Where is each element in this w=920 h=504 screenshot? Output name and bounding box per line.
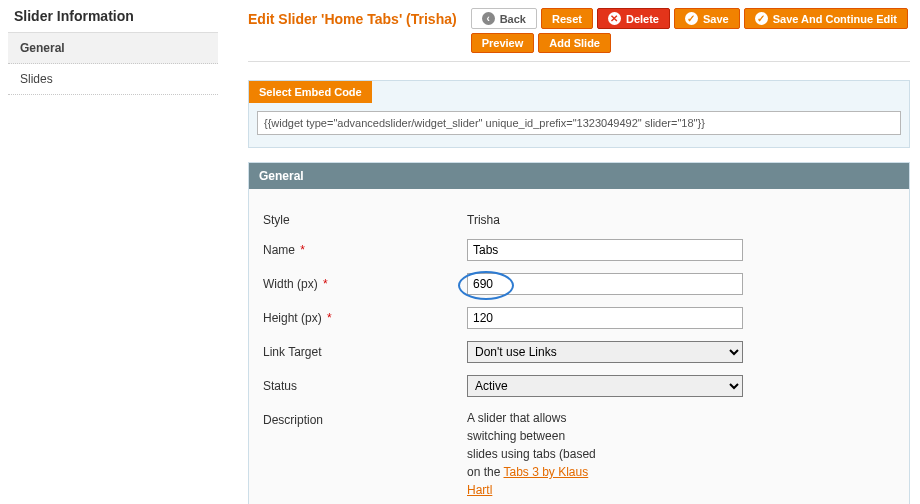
save-continue-button[interactable]: ✓Save And Continue Edit <box>744 8 908 29</box>
add-slide-button[interactable]: Add Slide <box>538 33 611 53</box>
row-width: Width (px) * <box>257 267 901 301</box>
sidebar-tab-general[interactable]: General <box>8 33 218 64</box>
preview-button[interactable]: Preview <box>471 33 535 53</box>
label-style: Style <box>257 209 467 227</box>
label-height: Height (px) * <box>257 307 467 325</box>
required-asterisk: * <box>321 277 328 291</box>
embed-code-input[interactable] <box>257 111 901 135</box>
sidebar: Slider Information General Slides <box>0 0 218 504</box>
save-button-label: Save <box>703 13 729 25</box>
width-input[interactable] <box>467 273 743 295</box>
save-button[interactable]: ✓Save <box>674 8 740 29</box>
label-description: Description <box>257 409 467 427</box>
divider <box>248 61 910 62</box>
sidebar-tab-slides[interactable]: Slides <box>8 64 218 95</box>
value-style: Trisha <box>467 209 901 227</box>
label-status: Status <box>257 375 467 393</box>
check-icon: ✓ <box>685 12 698 25</box>
description-text: A slider that allows switching between s… <box>467 409 597 499</box>
check-icon: ✓ <box>755 12 768 25</box>
name-input[interactable] <box>467 239 743 261</box>
required-asterisk: * <box>298 243 305 257</box>
back-button[interactable]: ‹Back <box>471 8 537 29</box>
row-link-target: Link Target Don't use Links <box>257 335 901 369</box>
general-panel: General Style Trisha Name * Width (px) *… <box>248 162 910 504</box>
status-select[interactable]: Active <box>467 375 743 397</box>
delete-x-icon: ✕ <box>608 12 621 25</box>
row-status: Status Active <box>257 369 901 403</box>
page-title: Edit Slider 'Home Tabs' (Trisha) <box>248 8 457 27</box>
row-style: Style Trisha <box>257 203 901 233</box>
height-input[interactable] <box>467 307 743 329</box>
row-description: Description A slider that allows switchi… <box>257 403 901 504</box>
width-highlight <box>467 277 743 291</box>
embed-panel: Select Embed Code <box>248 80 910 148</box>
reset-button[interactable]: Reset <box>541 8 593 29</box>
form: Style Trisha Name * Width (px) * Height … <box>249 189 909 504</box>
panel-heading: General <box>249 163 909 189</box>
save-continue-label: Save And Continue Edit <box>773 13 897 25</box>
sidebar-tabs: General Slides <box>8 33 218 95</box>
main: Edit Slider 'Home Tabs' (Trisha) ‹Back R… <box>218 0 920 504</box>
back-button-label: Back <box>500 13 526 25</box>
delete-button[interactable]: ✕Delete <box>597 8 670 29</box>
row-name: Name * <box>257 233 901 267</box>
row-height: Height (px) * <box>257 301 901 335</box>
label-link-target: Link Target <box>257 341 467 359</box>
delete-button-label: Delete <box>626 13 659 25</box>
back-arrow-icon: ‹ <box>482 12 495 25</box>
embed-heading: Select Embed Code <box>249 81 372 103</box>
sidebar-title: Slider Information <box>8 8 218 33</box>
titlebar: Edit Slider 'Home Tabs' (Trisha) ‹Back R… <box>248 8 910 53</box>
required-asterisk: * <box>325 311 332 325</box>
action-buttons: ‹Back Reset ✕Delete ✓Save ✓Save And Cont… <box>471 8 910 53</box>
link-target-select[interactable]: Don't use Links <box>467 341 743 363</box>
label-name: Name * <box>257 239 467 257</box>
label-width: Width (px) * <box>257 273 467 291</box>
